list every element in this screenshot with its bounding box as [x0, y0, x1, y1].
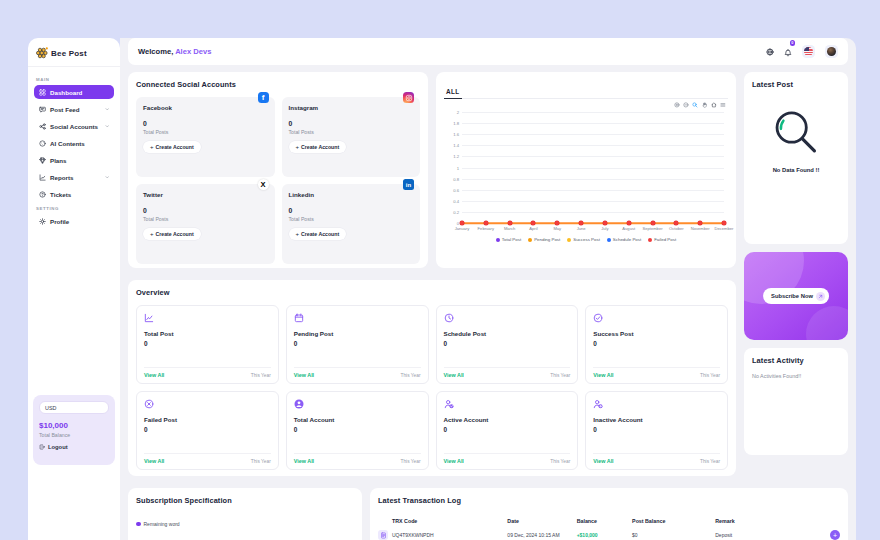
x-axis-label: September: [643, 226, 663, 231]
data-marker[interactable]: [460, 221, 464, 225]
y-axis-tick: 0.6: [453, 187, 459, 192]
gridline: [462, 112, 724, 113]
period-label: This Year: [550, 373, 570, 378]
language-globe-icon[interactable]: [766, 48, 774, 56]
tickets-icon: [39, 191, 46, 198]
pan-icon[interactable]: [702, 102, 708, 109]
sidebar-item-ai-contents[interactable]: AI Contents: [34, 136, 114, 150]
zoom-in-icon[interactable]: [674, 102, 680, 109]
legend-item-schedule-post[interactable]: Schedule Post: [607, 237, 641, 242]
user-avatar[interactable]: [825, 45, 838, 58]
create-account-button[interactable]: + Create Account: [289, 141, 347, 153]
view-all-link[interactable]: View All: [144, 372, 164, 378]
trx-balance: +$10,000: [577, 532, 632, 538]
check-circle-icon: [593, 313, 720, 323]
create-account-button[interactable]: + Create Account: [143, 141, 201, 153]
legend-label: Success Post: [573, 237, 600, 242]
overview-card-total-account: Total Account 0 View All This Year: [286, 391, 429, 470]
logo-text: Bee Post: [51, 49, 87, 58]
y-axis-tick: 1.2: [453, 154, 459, 159]
nav-item-label: Social Accounts: [50, 123, 98, 130]
period-label: This Year: [700, 373, 720, 378]
x-axis-label: May: [553, 226, 561, 231]
avatar-image: [827, 47, 837, 57]
sidebar-item-dashboard[interactable]: Dashboard: [34, 85, 114, 99]
data-marker[interactable]: [508, 221, 512, 225]
y-axis-tick: 0.8: [453, 176, 459, 181]
data-marker[interactable]: [484, 221, 488, 225]
transaction-table-body: UQ4T9XKWNPDH 09 Dec, 2024 10:15 AM +$10,…: [378, 530, 840, 540]
total-posts-value: 0: [143, 120, 268, 127]
view-all-link[interactable]: View All: [444, 458, 464, 464]
legend-item-total-post[interactable]: Total Post: [496, 237, 521, 242]
overview-card-value: 0: [294, 426, 421, 433]
language-flag-button[interactable]: [802, 45, 815, 58]
chart-line-icon: [144, 313, 271, 323]
series-line: [462, 222, 724, 224]
legend-item-pending-post[interactable]: Pending Post: [528, 237, 560, 242]
expand-row-button[interactable]: +: [830, 530, 840, 540]
selection-zoom-icon[interactable]: [692, 102, 698, 109]
overview-card-value: 0: [144, 340, 271, 347]
create-account-button[interactable]: + Create Account: [289, 228, 347, 240]
social-name: Linkedin: [289, 191, 414, 198]
data-marker[interactable]: [603, 221, 607, 225]
overview-card-pending-post: Pending Post 0 View All This Year: [286, 305, 429, 384]
sidebar-item-profile[interactable]: Profile: [34, 214, 114, 228]
data-marker[interactable]: [674, 221, 678, 225]
reports-icon: [39, 174, 46, 181]
sidebar-item-post-feed[interactable]: Post Feed: [34, 102, 114, 116]
view-all-link[interactable]: View All: [444, 372, 464, 378]
post-feed-icon: [39, 106, 46, 113]
menu-icon[interactable]: [720, 102, 726, 109]
data-marker[interactable]: [531, 221, 535, 225]
social-name: Instagram: [289, 104, 414, 111]
twitter-x-icon: X: [258, 179, 269, 190]
sidebar-item-social-accounts[interactable]: Social Accounts: [34, 119, 114, 133]
data-marker[interactable]: [579, 221, 583, 225]
data-marker[interactable]: [722, 221, 726, 225]
view-all-link[interactable]: View All: [294, 458, 314, 464]
view-all-link[interactable]: View All: [593, 458, 613, 464]
data-marker[interactable]: [555, 221, 559, 225]
subscribe-now-button[interactable]: Subscribe Now: [763, 288, 829, 304]
view-all-link[interactable]: View All: [294, 372, 314, 378]
sidebar-item-plans[interactable]: Plans: [34, 153, 114, 167]
legend-item-failed-post[interactable]: Failed Post: [648, 237, 676, 242]
sidebar-nav: MAIN Dashboard Post Feed Social Accounts…: [28, 67, 120, 236]
gridline: [462, 179, 724, 180]
legend-label: Schedule Post: [613, 237, 641, 242]
social-card-linkedin: in Linkedin 0 Total Posts + Create Accou…: [282, 184, 421, 264]
x-axis-label: August: [622, 226, 635, 231]
currency-select[interactable]: USD: [39, 401, 109, 414]
view-all-link[interactable]: View All: [593, 372, 613, 378]
y-axis-tick: 0: [457, 221, 459, 226]
data-marker[interactable]: [698, 221, 702, 225]
notifications-button[interactable]: 0: [784, 43, 792, 61]
logo[interactable]: Bee Post: [28, 38, 120, 67]
column-header-remark: Remark: [715, 518, 840, 524]
home-icon[interactable]: [711, 102, 717, 109]
create-account-button[interactable]: + Create Account: [143, 228, 201, 240]
overview-card-footer: View All This Year: [144, 453, 271, 464]
connected-social-accounts-card: Connected Social Accounts f Facebook 0 T…: [128, 72, 428, 268]
legend-item-success-post[interactable]: Success Post: [567, 237, 600, 242]
sidebar-item-tickets[interactable]: Tickets: [34, 187, 114, 201]
tab-all[interactable]: ALL: [444, 88, 462, 99]
subscription-specification-card: Subscription Specification Remaining wor…: [128, 488, 362, 540]
overview-card-total-post: Total Post 0 View All This Year: [136, 305, 279, 384]
period-label: This Year: [251, 373, 271, 378]
chevron-down-icon: [105, 107, 110, 112]
view-all-link[interactable]: View All: [144, 458, 164, 464]
sidebar-item-reports[interactable]: Reports: [34, 170, 114, 184]
zoom-out-icon[interactable]: [683, 102, 689, 109]
data-marker[interactable]: [627, 221, 631, 225]
chevron-down-icon: [105, 175, 110, 180]
currency-value: USD: [45, 405, 56, 411]
transaction-row[interactable]: UQ4T9XKWNPDH 09 Dec, 2024 10:15 AM +$10,…: [378, 530, 840, 540]
chart-plot[interactable]: 2 1.8 1.6 1.4 1.2 1 0.8 0.6 0.4 0.2 0: [462, 112, 724, 223]
data-marker[interactable]: [651, 221, 655, 225]
overview-card-footer: View All This Year: [444, 367, 571, 378]
logout-button[interactable]: Logout: [39, 444, 109, 450]
social-accounts-icon: [39, 123, 46, 130]
